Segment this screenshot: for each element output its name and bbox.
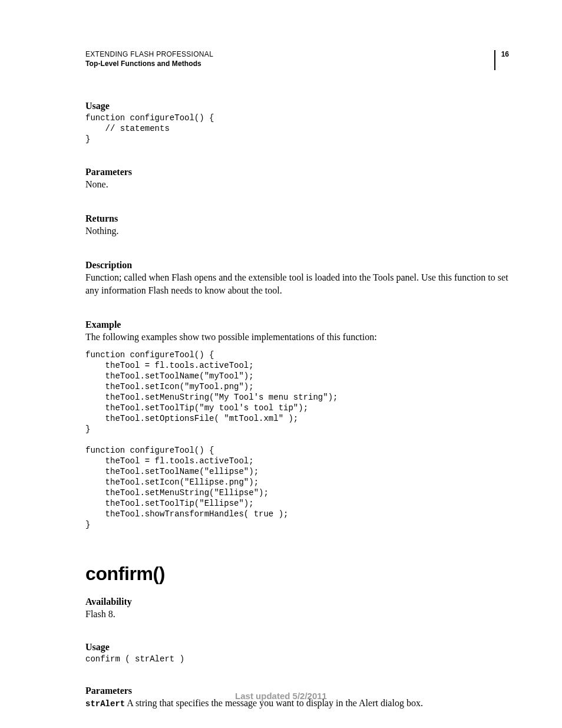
- description-text: Function; called when Flash opens and th…: [85, 271, 509, 297]
- returns-block: Returns Nothing.: [85, 213, 509, 238]
- header-left: EXTENDING FLASH PROFESSIONAL Top-Level F…: [85, 50, 487, 68]
- example-code: function configureTool() { theTool = fl.…: [85, 350, 509, 530]
- example-block: Example The following examples show two …: [85, 319, 509, 530]
- running-subtitle: Top-Level Functions and Methods: [85, 60, 487, 68]
- page-number: 16: [501, 50, 509, 70]
- returns-heading: Returns: [85, 213, 509, 224]
- usage-block: Usage function configureTool() { // stat…: [85, 101, 509, 144]
- returns-text: Nothing.: [85, 225, 509, 238]
- usage-block-2: Usage confirm ( strAlert ): [85, 642, 509, 664]
- page-header: EXTENDING FLASH PROFESSIONAL Top-Level F…: [85, 50, 509, 70]
- usage-code-2: confirm ( strAlert ): [85, 654, 509, 664]
- availability-heading: Availability: [85, 597, 509, 607]
- section-title-confirm: confirm(): [85, 563, 509, 585]
- availability-text: Flash 8.: [85, 608, 509, 621]
- page: EXTENDING FLASH PROFESSIONAL Top-Level F…: [0, 0, 562, 728]
- parameters-heading: Parameters: [85, 167, 509, 177]
- page-number-block: 16: [494, 50, 509, 70]
- usage-heading-2: Usage: [85, 642, 509, 653]
- running-title: EXTENDING FLASH PROFESSIONAL: [85, 50, 487, 58]
- page-footer: Last updated 5/2/2011: [0, 691, 562, 701]
- header-divider: [494, 50, 495, 70]
- usage-heading: Usage: [85, 101, 509, 111]
- usage-code: function configureTool() { // statements…: [85, 113, 509, 144]
- parameters-block: Parameters None.: [85, 167, 509, 191]
- example-intro: The following examples show two possible…: [85, 331, 509, 344]
- example-heading: Example: [85, 319, 509, 330]
- description-heading: Description: [85, 260, 509, 271]
- description-block: Description Function; called when Flash …: [85, 260, 509, 297]
- parameters-text: None.: [85, 178, 509, 191]
- availability-block: Availability Flash 8.: [85, 597, 509, 621]
